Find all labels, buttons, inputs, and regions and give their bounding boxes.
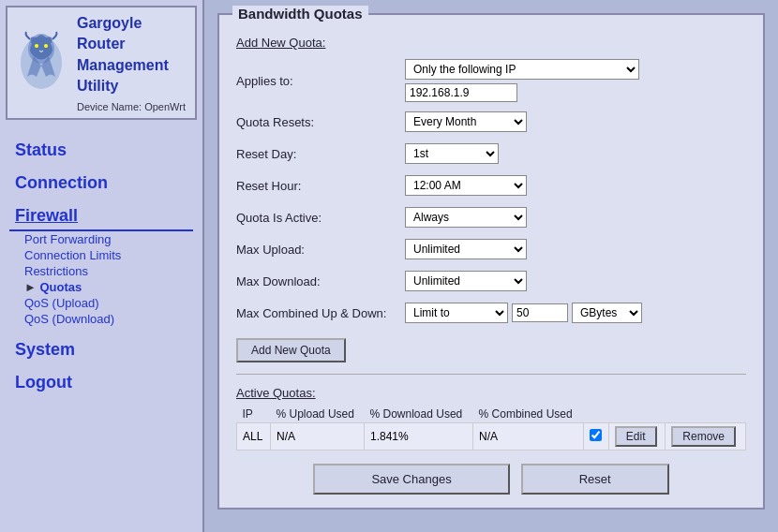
nav-system[interactable]: System [9,331,193,363]
add-new-quota-title: Add New Quota: [236,36,746,50]
limit-value-input[interactable] [512,303,568,322]
max-combined-select[interactable]: Unlimited Limit to [405,303,508,323]
bottom-buttons: Save Changes Reset [236,464,746,495]
logo-area: Gargoyle Router Management Utility Devic… [6,6,197,120]
nav-firewall[interactable]: Firewall [9,197,193,231]
logo-text-block: Gargoyle Router Management Utility Devic… [77,13,186,112]
max-upload-label: Max Upload: [236,243,405,257]
subnav-quotas[interactable]: ► Quotas [24,279,193,295]
col-check [583,406,608,423]
col-upload-used: % Upload Used [271,406,365,423]
nav-logout[interactable]: Logout [9,363,193,396]
cell-ip: ALL [237,423,271,451]
reset-hour-row: Reset Hour: 12:00 AM 1:00 AM [236,173,746,198]
active-quotas-title: Active Quotas: [236,386,746,400]
divider [236,374,746,375]
reset-hour-label: Reset Hour: [236,179,405,193]
reset-button[interactable]: Reset [521,464,669,495]
subnav-qos-download[interactable]: QoS (Download) [24,311,193,327]
add-quota-button[interactable]: Add New Quota [236,338,346,362]
reset-day-row: Reset Day: 1st 2nd 3rd [236,141,746,166]
table-row: ALL N/A 1.841% N/A Edit Remove [237,423,746,451]
ip-input[interactable] [405,83,517,102]
box-title: Bandwidth Quotas [232,6,368,22]
active-checkbox[interactable] [590,429,602,441]
remove-button[interactable]: Remove [671,426,736,447]
quota-active-control: Always Never Custom [405,207,746,228]
applies-to-control: All IPs Only the following IP All except… [405,59,746,102]
reset-day-select[interactable]: 1st 2nd 3rd [405,143,499,164]
device-name: Device Name: OpenWrt [77,101,186,112]
applies-to-row: Applies to: All IPs Only the following I… [236,59,746,102]
bandwidth-quotas-box: Bandwidth Quotas Add New Quota: Applies … [217,13,765,510]
max-upload-row: Max Upload: Unlimited Limit to [236,237,746,261]
max-download-control: Unlimited Limit to [405,271,746,291]
max-download-label: Max Download: [236,274,405,288]
active-quotas-table: IP % Upload Used % Download Used % Combi… [236,406,746,451]
firewall-subnav: Port Forwarding Connection Limits Restri… [9,231,193,327]
cell-download-used: 1.841% [365,423,473,451]
cell-checkbox[interactable] [583,423,608,451]
max-upload-control: Unlimited Limit to [405,239,746,259]
cell-edit[interactable]: Edit [608,423,665,451]
quota-resets-select[interactable]: Every Day Every Week Every Month [405,111,527,132]
reset-hour-select[interactable]: 12:00 AM 1:00 AM [405,175,527,196]
save-changes-button[interactable]: Save Changes [313,464,509,495]
subnav-port-forwarding[interactable]: Port Forwarding [24,231,193,247]
col-combined-used: % Combined Used [473,406,583,423]
dragon-icon [13,30,69,96]
cell-combined-used: N/A [473,423,583,451]
svg-point-2 [35,44,38,48]
quota-active-select[interactable]: Always Never Custom [405,207,527,228]
max-combined-control: Unlimited Limit to GBytes MBytes [405,303,746,323]
nav-section: Status Connection Firewall Port Forwardi… [0,126,202,402]
sidebar: Gargoyle Router Management Utility Devic… [0,0,204,532]
max-combined-row: Max Combined Up & Down: Unlimited Limit … [236,301,746,325]
quota-active-label: Quota Is Active: [236,211,405,225]
app-subtitle3: Utility [77,76,186,96]
subnav-qos-upload[interactable]: QoS (Upload) [24,295,193,311]
app-name: Gargoyle [77,13,186,34]
quota-active-row: Quota Is Active: Always Never Custom [236,205,746,229]
max-download-select[interactable]: Unlimited Limit to [405,271,527,291]
quota-resets-label: Quota Resets: [236,115,405,129]
reset-day-control: 1st 2nd 3rd [405,143,746,164]
quota-resets-control: Every Day Every Week Every Month [405,111,746,132]
nav-status[interactable]: Status [9,131,193,164]
cell-remove[interactable]: Remove [666,423,746,451]
subnav-connection-limits[interactable]: Connection Limits [24,247,193,263]
quota-resets-row: Quota Resets: Every Day Every Week Every… [236,110,746,134]
applies-to-select[interactable]: All IPs Only the following IP All except… [405,59,639,80]
nav-connection[interactable]: Connection [9,164,193,197]
reset-hour-control: 12:00 AM 1:00 AM [405,175,746,196]
reset-day-label: Reset Day: [236,147,405,161]
col-edit [608,406,665,423]
app-subtitle2: Management [77,55,186,76]
applies-to-label: Applies to: [236,74,405,88]
max-combined-label: Max Combined Up & Down: [236,306,405,320]
edit-button[interactable]: Edit [615,426,657,447]
app-subtitle1: Router [77,34,186,54]
col-download-used: % Download Used [365,406,473,423]
svg-point-3 [44,44,48,48]
max-upload-select[interactable]: Unlimited Limit to [405,239,527,259]
col-remove [666,406,746,423]
col-ip: IP [237,406,271,423]
cell-upload-used: N/A [271,423,365,451]
main-content: Bandwidth Quotas Add New Quota: Applies … [204,0,778,532]
subnav-restrictions[interactable]: Restrictions [24,263,193,279]
max-download-row: Max Download: Unlimited Limit to [236,269,746,293]
gbytes-select[interactable]: GBytes MBytes [572,303,642,323]
